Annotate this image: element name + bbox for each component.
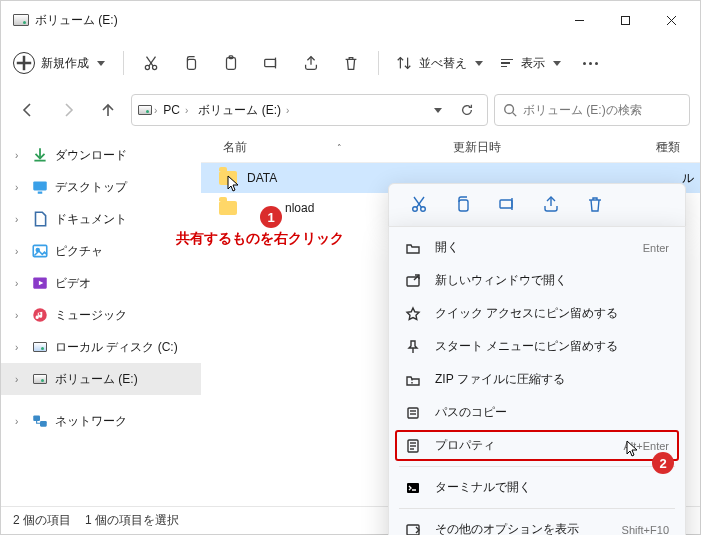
mouse-cursor-icon — [227, 175, 241, 193]
window-title: ボリューム (E:) — [35, 12, 118, 29]
copy-button[interactable] — [172, 46, 210, 80]
more-options-icon — [405, 522, 421, 536]
svg-rect-10 — [187, 59, 195, 69]
ctx-compress-zip[interactable]: ZIP ファイルに圧縮する — [389, 363, 685, 396]
drive-icon — [31, 370, 49, 388]
up-button[interactable] — [91, 93, 125, 127]
new-label: 新規作成 — [41, 55, 89, 72]
terminal-icon — [405, 480, 421, 496]
ctx-copy-path[interactable]: パスのコピー — [389, 396, 685, 429]
document-icon — [31, 210, 49, 228]
sidebar-item-local-c[interactable]: ›ローカル ディスク (C:) — [1, 331, 201, 363]
svg-point-15 — [505, 105, 514, 114]
copy-path-icon — [405, 405, 421, 421]
breadcrumb-pc[interactable]: PC› — [159, 95, 192, 125]
copy-button[interactable] — [453, 194, 473, 217]
sort-label: 並べ替え — [419, 55, 467, 72]
svg-line-16 — [513, 113, 517, 117]
maximize-button[interactable] — [602, 1, 648, 39]
more-button[interactable] — [571, 46, 609, 80]
cut-button[interactable] — [409, 194, 429, 217]
share-button[interactable] — [292, 46, 330, 80]
ctx-pin-quick-access[interactable]: クイック アクセスにピン留めする — [389, 297, 685, 330]
plus-circle-icon — [13, 52, 35, 74]
properties-icon — [405, 438, 421, 454]
list-icon — [501, 59, 513, 68]
sidebar-item-music[interactable]: ›ミュージック — [1, 299, 201, 331]
annotation-badge-1: 1 — [260, 206, 282, 228]
sidebar-item-videos[interactable]: ›ビデオ — [1, 267, 201, 299]
ctx-open-terminal[interactable]: ターミナルで開く — [389, 471, 685, 504]
separator — [399, 466, 675, 467]
rename-button[interactable] — [497, 194, 517, 217]
navigation-pane: ›ダウンロード ›デスクトップ ›ドキュメント ›ピクチャ ›ビデオ ›ミュージ… — [1, 133, 201, 506]
forward-button[interactable] — [51, 93, 85, 127]
annotation-badge-2: 2 — [652, 452, 674, 474]
refresh-button[interactable] — [453, 96, 481, 124]
search-icon — [503, 103, 517, 117]
cut-button[interactable] — [132, 46, 170, 80]
chevron-right-icon: › — [154, 105, 157, 116]
mouse-cursor-icon — [626, 440, 640, 458]
svg-rect-1 — [621, 16, 629, 24]
sidebar-item-downloads[interactable]: ›ダウンロード — [1, 139, 201, 171]
svg-rect-11 — [227, 58, 236, 70]
chevron-down-icon — [475, 61, 483, 66]
divider — [123, 51, 124, 75]
chevron-down-icon — [553, 61, 561, 66]
column-date[interactable]: 更新日時 — [453, 139, 603, 156]
svg-rect-18 — [38, 192, 43, 194]
drive-icon — [138, 105, 152, 115]
ctx-open[interactable]: 開く Enter — [389, 231, 685, 264]
view-button[interactable]: 表示 — [493, 46, 569, 80]
ctx-open-new-window[interactable]: 新しいウィンドウで開く — [389, 264, 685, 297]
address-bar[interactable]: › PC› ボリューム (E:)› — [131, 94, 488, 126]
paste-button[interactable] — [212, 46, 250, 80]
open-icon — [405, 240, 421, 256]
share-button[interactable] — [541, 194, 561, 217]
video-icon — [31, 274, 49, 292]
annotation-hint: 共有するものを右クリック — [176, 230, 344, 248]
titlebar: ボリューム (E:) — [1, 1, 700, 39]
ctx-more-options[interactable]: その他のオプションを表示 Shift+F10 — [389, 513, 685, 535]
sidebar-item-volume-e[interactable]: ›ボリューム (E:) — [1, 363, 201, 395]
search-input[interactable]: ボリューム (E:)の検索 — [494, 94, 690, 126]
file-name: DATA — [247, 171, 277, 185]
close-button[interactable] — [648, 1, 694, 39]
chevron-down-icon — [97, 61, 105, 66]
search-placeholder: ボリューム (E:)の検索 — [523, 102, 642, 119]
sidebar-item-documents[interactable]: ›ドキュメント — [1, 203, 201, 235]
folder-icon — [219, 201, 237, 215]
back-button[interactable] — [11, 93, 45, 127]
minimize-button[interactable] — [556, 1, 602, 39]
new-button[interactable]: 新規作成 — [9, 46, 115, 80]
divider — [378, 51, 379, 75]
command-bar: 新規作成 並べ替え 表示 — [1, 39, 700, 87]
svg-rect-23 — [33, 415, 40, 421]
rename-button[interactable] — [252, 46, 290, 80]
file-name-partial: nload — [285, 201, 314, 215]
svg-rect-32 — [407, 277, 419, 286]
addr-dropdown[interactable] — [423, 96, 451, 124]
context-menu: 開く Enter 新しいウィンドウで開く クイック アクセスにピン留めする スタ… — [388, 226, 686, 535]
drive-icon — [13, 14, 29, 26]
svg-rect-29 — [459, 200, 468, 211]
ctx-properties[interactable]: プロパティ Alt+Enter — [389, 429, 685, 462]
svg-rect-33 — [408, 408, 418, 418]
music-icon — [31, 306, 49, 324]
view-label: 表示 — [521, 55, 545, 72]
column-type[interactable]: 種類 — [656, 139, 680, 156]
sort-button[interactable]: 並べ替え — [387, 46, 491, 80]
more-icon — [583, 62, 598, 65]
svg-rect-41 — [407, 525, 419, 535]
sort-asc-icon: ˄ — [337, 143, 342, 153]
delete-button[interactable] — [585, 194, 605, 217]
sidebar-item-network[interactable]: ›ネットワーク — [1, 405, 201, 437]
sidebar-item-desktop[interactable]: ›デスクトップ — [1, 171, 201, 203]
delete-button[interactable] — [332, 46, 370, 80]
sidebar-item-pictures[interactable]: ›ピクチャ — [1, 235, 201, 267]
breadcrumb-volume[interactable]: ボリューム (E:)› — [194, 95, 293, 125]
ctx-pin-start[interactable]: スタート メニューにピン留めする — [389, 330, 685, 363]
star-icon — [405, 306, 421, 322]
column-name[interactable]: 名前˄ — [223, 139, 443, 156]
